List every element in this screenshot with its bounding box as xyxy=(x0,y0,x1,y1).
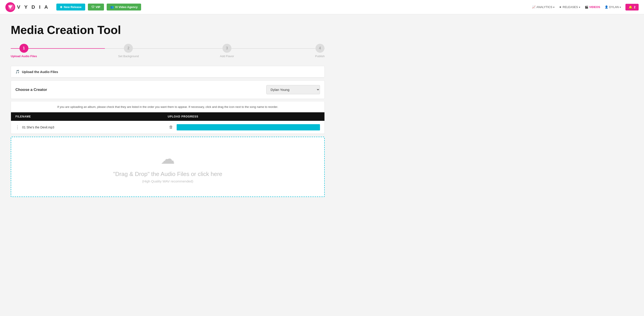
main-content: Media Creation Tool 1 Upload Audio Files… xyxy=(0,14,336,206)
stepper: 1 Upload Audio Files 2 Set Background 3 … xyxy=(11,44,325,58)
step-1-label: Upload Audio Files xyxy=(11,54,37,58)
step-2-circle: 2 xyxy=(124,44,133,53)
drop-zone[interactable]: ☁ "Drag & Drop" the Audio Files or click… xyxy=(11,137,325,197)
step-3: 3 Add Flavor xyxy=(220,44,234,58)
navbar: V Y D I A ⊕ New Release 🛡 VIP 👥 Vi Video… xyxy=(0,0,644,14)
file-table: FILENAME UPLOAD PROGRESS ⋮ 01 She's the … xyxy=(11,112,325,134)
creator-card: Choose a Creator Dylan Young xyxy=(11,80,325,99)
upload-audio-card-header: 🎵 Upload the Audio Files xyxy=(11,66,324,77)
file-row: ⋮ 01 She's the Devil.mp3 🗑 xyxy=(11,121,324,134)
step-3-label: Add Flavor xyxy=(220,54,234,58)
user-icon: 👤 xyxy=(605,5,608,9)
file-table-header: FILENAME UPLOAD PROGRESS xyxy=(11,112,324,121)
creator-card-body: Choose a Creator Dylan Young xyxy=(11,81,324,99)
step-4: 4 Publish xyxy=(315,44,325,58)
videos-link[interactable]: 🎬 VIDEOS xyxy=(585,5,600,9)
user-chevron xyxy=(620,5,621,9)
releases-chevron xyxy=(579,5,580,9)
plus-icon: ⊕ xyxy=(60,5,62,9)
shield-icon: 🛡 xyxy=(92,5,94,9)
logo-text: V Y D I A xyxy=(17,4,49,10)
creator-row: Choose a Creator Dylan Young xyxy=(16,85,320,94)
upload-audio-card: 🎵 Upload the Audio Files xyxy=(11,66,325,78)
trash-icon: 🗑 xyxy=(169,125,173,129)
drop-zone-sub-text: (High Quality WAV recommended) xyxy=(142,179,193,183)
progress-bar-wrap xyxy=(177,124,320,131)
step-2: 2 Set Background xyxy=(118,44,139,58)
step-1: 1 Upload Audio Files xyxy=(11,44,37,58)
people-icon: 👥 xyxy=(110,5,114,9)
file-name: 01 She's the Devil.mp3 xyxy=(22,126,166,129)
notifications-button[interactable]: 🔔 2 xyxy=(626,4,639,10)
step-2-label: Set Background xyxy=(118,54,139,58)
stepper-steps: 1 Upload Audio Files 2 Set Background 3 … xyxy=(11,44,325,58)
upload-cloud-icon: ☁ xyxy=(160,151,175,167)
star-icon: ★ xyxy=(559,5,562,9)
user-menu[interactable]: 👤 DYLAN xyxy=(605,5,621,9)
progress-bar-fill xyxy=(177,124,320,131)
drop-zone-text: "Drag & Drop" the Audio Files or click h… xyxy=(113,171,222,177)
agency-button[interactable]: 👥 Vi Video Agency xyxy=(107,3,141,10)
col-progress-header: UPLOAD PROGRESS xyxy=(168,115,320,118)
vip-button[interactable]: 🛡 VIP xyxy=(88,3,104,10)
analytics-link[interactable]: 📈 ANALYTICS xyxy=(532,5,554,9)
step-4-circle: 4 xyxy=(316,44,324,53)
step-3-circle: 3 xyxy=(222,44,232,53)
analytics-icon: 📈 xyxy=(532,5,536,9)
audio-file-icon: 🎵 xyxy=(16,70,20,74)
video-icon: 🎬 xyxy=(585,5,588,9)
bell-icon: 🔔 xyxy=(628,5,632,9)
nav-links: 📈 ANALYTICS ★ RELEASES 🎬 VIDEOS 👤 DYLAN … xyxy=(532,4,639,10)
new-release-button[interactable]: ⊕ New Release xyxy=(56,3,85,10)
step-1-circle: 1 xyxy=(20,44,28,53)
drag-handle-icon[interactable]: ⋮ xyxy=(16,125,20,130)
analytics-chevron xyxy=(553,5,554,9)
info-text: If you are uploading an album, please ch… xyxy=(11,102,325,112)
step-4-label: Publish xyxy=(315,54,325,58)
file-delete-button[interactable]: 🗑 xyxy=(168,124,174,131)
releases-link[interactable]: ★ RELEASES xyxy=(559,5,580,9)
col-filename-header: FILENAME xyxy=(16,115,168,118)
page-title: Media Creation Tool xyxy=(11,23,325,37)
logo-icon xyxy=(5,2,15,12)
creator-select[interactable]: Dylan Young xyxy=(266,85,320,94)
logo-area: V Y D I A xyxy=(5,2,49,12)
creator-label: Choose a Creator xyxy=(16,88,47,92)
